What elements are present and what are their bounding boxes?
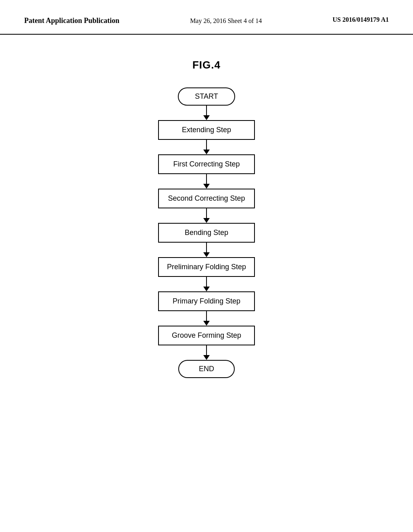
arrow-6 [203, 277, 210, 291]
arrow-2 [203, 140, 210, 154]
arrow-4 [203, 208, 210, 223]
first-correcting-step: First Correcting Step [158, 154, 255, 174]
second-correcting-step: Second Correcting Step [158, 189, 255, 208]
sheet-info: May 26, 2016 Sheet 4 of 14 [190, 16, 262, 26]
arrow-line [206, 140, 207, 150]
main-content: FIG.4 START Extending Step First Correct… [0, 35, 413, 378]
arrow-3 [203, 174, 210, 189]
arrow-head [203, 184, 210, 189]
arrow-head [203, 321, 210, 326]
end-node: END [178, 360, 235, 378]
arrow-head [203, 355, 210, 360]
patent-number: US 2016/0149179 A1 [332, 16, 389, 23]
arrow-line [206, 277, 207, 287]
arrow-head [203, 252, 210, 257]
arrow-line [206, 174, 207, 184]
arrow-5 [203, 243, 210, 257]
arrow-line [206, 106, 207, 115]
arrow-line [206, 243, 207, 252]
arrow-line [206, 345, 207, 355]
extending-step: Extending Step [158, 120, 255, 140]
primary-folding-step: Primary Folding Step [158, 291, 255, 311]
publication-label: Patent Application Publication [24, 16, 119, 25]
arrow-7 [203, 311, 210, 326]
arrow-line [206, 208, 207, 218]
arrow-head [203, 115, 210, 120]
groove-forming-step: Groove Forming Step [158, 326, 255, 345]
arrow-1 [203, 106, 210, 120]
bending-step: Bending Step [158, 223, 255, 243]
arrow-line [206, 311, 207, 321]
arrow-8 [203, 345, 210, 360]
arrow-head [203, 218, 210, 223]
preliminary-folding-step: Preliminary Folding Step [158, 257, 255, 277]
flowchart: START Extending Step First Correcting St… [158, 87, 255, 378]
start-node: START [178, 87, 235, 106]
figure-title: FIG.4 [192, 59, 221, 71]
arrow-head [203, 287, 210, 291]
page-header: Patent Application Publication May 26, 2… [0, 0, 413, 35]
arrow-head [203, 150, 210, 154]
